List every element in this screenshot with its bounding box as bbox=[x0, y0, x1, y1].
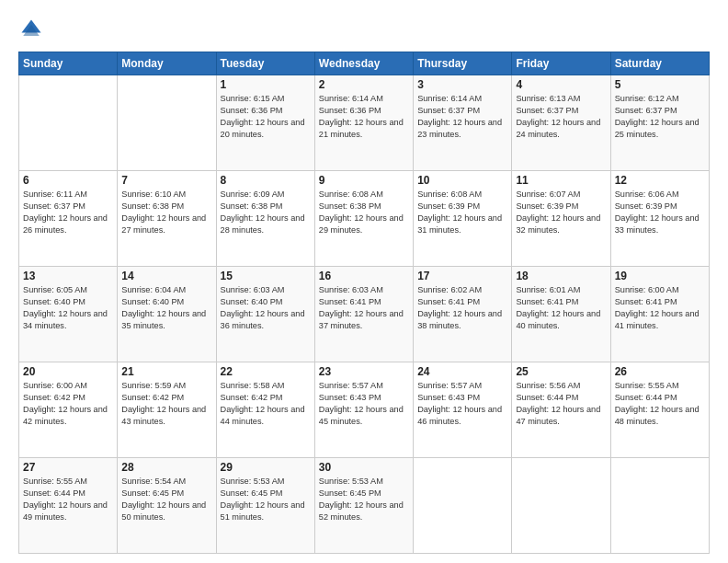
calendar-cell: 29 Sunrise: 5:53 AMSunset: 6:45 PMDaylig… bbox=[216, 458, 314, 554]
calendar-cell: 26 Sunrise: 5:55 AMSunset: 6:44 PMDaylig… bbox=[610, 362, 709, 458]
day-number: 24 bbox=[417, 365, 507, 378]
calendar-table: SundayMondayTuesdayWednesdayThursdayFrid… bbox=[18, 52, 710, 554]
calendar-cell: 6 Sunrise: 6:11 AMSunset: 6:37 PMDayligh… bbox=[19, 171, 118, 267]
day-number: 27 bbox=[23, 461, 113, 474]
calendar-cell: 24 Sunrise: 5:57 AMSunset: 6:43 PMDaylig… bbox=[414, 362, 512, 458]
day-info: Sunrise: 6:05 AMSunset: 6:40 PMDaylight:… bbox=[23, 285, 108, 330]
calendar-cell: 5 Sunrise: 6:12 AMSunset: 6:37 PMDayligh… bbox=[610, 75, 709, 171]
day-info: Sunrise: 6:08 AMSunset: 6:38 PMDaylight:… bbox=[319, 190, 404, 235]
calendar-cell: 2 Sunrise: 6:14 AMSunset: 6:36 PMDayligh… bbox=[314, 75, 413, 171]
day-header-saturday: Saturday bbox=[610, 52, 709, 75]
day-info: Sunrise: 6:08 AMSunset: 6:39 PMDaylight:… bbox=[417, 190, 502, 235]
day-number: 1 bbox=[221, 78, 311, 91]
page: SundayMondayTuesdayWednesdayThursdayFrid… bbox=[0, 0, 728, 563]
day-info: Sunrise: 6:15 AMSunset: 6:36 PMDaylight:… bbox=[221, 94, 305, 139]
calendar-header-row: SundayMondayTuesdayWednesdayThursdayFrid… bbox=[19, 52, 710, 75]
calendar-week-2: 6 Sunrise: 6:11 AMSunset: 6:37 PMDayligh… bbox=[19, 171, 710, 267]
day-number: 9 bbox=[319, 174, 409, 187]
calendar-cell bbox=[19, 75, 118, 171]
calendar-week-4: 20 Sunrise: 6:00 AMSunset: 6:42 PMDaylig… bbox=[19, 362, 710, 458]
day-header-wednesday: Wednesday bbox=[314, 52, 413, 75]
day-number: 18 bbox=[516, 270, 606, 282]
calendar-cell bbox=[414, 458, 512, 554]
calendar-cell: 18 Sunrise: 6:01 AMSunset: 6:41 PMDaylig… bbox=[512, 267, 610, 362]
day-number: 2 bbox=[319, 78, 409, 91]
day-info: Sunrise: 6:10 AMSunset: 6:38 PMDaylight:… bbox=[121, 190, 206, 235]
day-info: Sunrise: 5:53 AMSunset: 6:45 PMDaylight:… bbox=[221, 477, 305, 522]
calendar-cell: 16 Sunrise: 6:03 AMSunset: 6:41 PMDaylig… bbox=[314, 267, 413, 362]
day-info: Sunrise: 6:11 AMSunset: 6:37 PMDaylight:… bbox=[23, 190, 108, 235]
day-number: 14 bbox=[121, 270, 211, 282]
day-header-monday: Monday bbox=[118, 52, 216, 75]
calendar-cell: 27 Sunrise: 5:55 AMSunset: 6:44 PMDaylig… bbox=[19, 458, 118, 554]
calendar-cell bbox=[512, 458, 610, 554]
day-number: 21 bbox=[121, 365, 211, 378]
day-number: 15 bbox=[221, 270, 311, 282]
calendar-cell: 7 Sunrise: 6:10 AMSunset: 6:38 PMDayligh… bbox=[118, 171, 216, 267]
day-info: Sunrise: 6:06 AMSunset: 6:39 PMDaylight:… bbox=[615, 190, 700, 235]
day-info: Sunrise: 5:59 AMSunset: 6:42 PMDaylight:… bbox=[121, 381, 206, 426]
day-number: 3 bbox=[417, 78, 507, 91]
day-number: 19 bbox=[615, 270, 705, 282]
calendar-cell: 1 Sunrise: 6:15 AMSunset: 6:36 PMDayligh… bbox=[216, 75, 314, 171]
day-number: 4 bbox=[516, 78, 606, 91]
day-info: Sunrise: 6:01 AMSunset: 6:41 PMDaylight:… bbox=[516, 285, 600, 330]
day-info: Sunrise: 5:53 AMSunset: 6:45 PMDaylight:… bbox=[319, 477, 404, 522]
day-info: Sunrise: 5:54 AMSunset: 6:45 PMDaylight:… bbox=[121, 477, 206, 522]
day-info: Sunrise: 5:55 AMSunset: 6:44 PMDaylight:… bbox=[23, 477, 108, 522]
day-number: 5 bbox=[615, 78, 705, 91]
day-number: 25 bbox=[516, 365, 606, 378]
calendar-cell: 14 Sunrise: 6:04 AMSunset: 6:40 PMDaylig… bbox=[118, 267, 216, 362]
calendar-cell: 8 Sunrise: 6:09 AMSunset: 6:38 PMDayligh… bbox=[216, 171, 314, 267]
logo bbox=[18, 17, 48, 42]
calendar-cell: 23 Sunrise: 5:57 AMSunset: 6:43 PMDaylig… bbox=[314, 362, 413, 458]
calendar-cell: 22 Sunrise: 5:58 AMSunset: 6:42 PMDaylig… bbox=[216, 362, 314, 458]
day-info: Sunrise: 6:07 AMSunset: 6:39 PMDaylight:… bbox=[516, 190, 600, 235]
logo-icon bbox=[18, 17, 44, 42]
calendar-cell: 19 Sunrise: 6:00 AMSunset: 6:41 PMDaylig… bbox=[610, 267, 709, 362]
day-header-friday: Friday bbox=[512, 52, 610, 75]
day-info: Sunrise: 5:57 AMSunset: 6:43 PMDaylight:… bbox=[417, 381, 502, 426]
day-info: Sunrise: 6:13 AMSunset: 6:37 PMDaylight:… bbox=[516, 94, 600, 139]
calendar-cell: 17 Sunrise: 6:02 AMSunset: 6:41 PMDaylig… bbox=[414, 267, 512, 362]
day-number: 30 bbox=[319, 461, 409, 474]
day-number: 6 bbox=[23, 174, 113, 187]
calendar-week-3: 13 Sunrise: 6:05 AMSunset: 6:40 PMDaylig… bbox=[19, 267, 710, 362]
calendar-cell: 13 Sunrise: 6:05 AMSunset: 6:40 PMDaylig… bbox=[19, 267, 118, 362]
day-header-sunday: Sunday bbox=[19, 52, 118, 75]
calendar-cell: 3 Sunrise: 6:14 AMSunset: 6:37 PMDayligh… bbox=[414, 75, 512, 171]
day-number: 29 bbox=[221, 461, 311, 474]
day-info: Sunrise: 5:56 AMSunset: 6:44 PMDaylight:… bbox=[516, 381, 600, 426]
day-info: Sunrise: 5:58 AMSunset: 6:42 PMDaylight:… bbox=[221, 381, 305, 426]
day-info: Sunrise: 6:00 AMSunset: 6:41 PMDaylight:… bbox=[615, 285, 700, 330]
calendar-cell: 15 Sunrise: 6:03 AMSunset: 6:40 PMDaylig… bbox=[216, 267, 314, 362]
day-info: Sunrise: 5:57 AMSunset: 6:43 PMDaylight:… bbox=[319, 381, 404, 426]
day-header-thursday: Thursday bbox=[414, 52, 512, 75]
calendar-cell: 9 Sunrise: 6:08 AMSunset: 6:38 PMDayligh… bbox=[314, 171, 413, 267]
calendar-cell: 28 Sunrise: 5:54 AMSunset: 6:45 PMDaylig… bbox=[118, 458, 216, 554]
day-info: Sunrise: 6:00 AMSunset: 6:42 PMDaylight:… bbox=[23, 381, 108, 426]
day-number: 16 bbox=[319, 270, 409, 282]
day-info: Sunrise: 6:14 AMSunset: 6:36 PMDaylight:… bbox=[319, 94, 404, 139]
calendar-cell: 20 Sunrise: 6:00 AMSunset: 6:42 PMDaylig… bbox=[19, 362, 118, 458]
day-info: Sunrise: 6:04 AMSunset: 6:40 PMDaylight:… bbox=[121, 285, 206, 330]
day-number: 22 bbox=[221, 365, 311, 378]
day-number: 20 bbox=[23, 365, 113, 378]
day-info: Sunrise: 6:14 AMSunset: 6:37 PMDaylight:… bbox=[417, 94, 502, 139]
day-info: Sunrise: 6:12 AMSunset: 6:37 PMDaylight:… bbox=[615, 94, 700, 139]
calendar-cell: 4 Sunrise: 6:13 AMSunset: 6:37 PMDayligh… bbox=[512, 75, 610, 171]
day-number: 17 bbox=[417, 270, 507, 282]
day-number: 10 bbox=[417, 174, 507, 187]
calendar-cell: 10 Sunrise: 6:08 AMSunset: 6:39 PMDaylig… bbox=[414, 171, 512, 267]
day-info: Sunrise: 6:09 AMSunset: 6:38 PMDaylight:… bbox=[221, 190, 305, 235]
calendar-cell: 21 Sunrise: 5:59 AMSunset: 6:42 PMDaylig… bbox=[118, 362, 216, 458]
calendar-cell: 25 Sunrise: 5:56 AMSunset: 6:44 PMDaylig… bbox=[512, 362, 610, 458]
header bbox=[18, 17, 710, 42]
calendar-cell bbox=[610, 458, 709, 554]
calendar-cell: 11 Sunrise: 6:07 AMSunset: 6:39 PMDaylig… bbox=[512, 171, 610, 267]
day-number: 8 bbox=[221, 174, 311, 187]
day-info: Sunrise: 6:03 AMSunset: 6:40 PMDaylight:… bbox=[221, 285, 305, 330]
calendar-cell bbox=[118, 75, 216, 171]
calendar-cell: 12 Sunrise: 6:06 AMSunset: 6:39 PMDaylig… bbox=[610, 171, 709, 267]
day-info: Sunrise: 5:55 AMSunset: 6:44 PMDaylight:… bbox=[615, 381, 700, 426]
